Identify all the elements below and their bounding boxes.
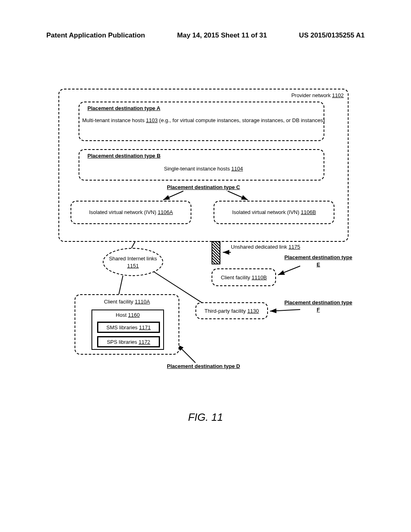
client-facility-b-box: Client facility 1110B [212, 268, 276, 286]
page-header: Patent Application Publication May 14, 2… [46, 31, 365, 39]
client-facility-a-box: Client facility 1110A Host 1160 SMS libr… [75, 294, 179, 355]
placement-type-e-title: Placement destination type E [284, 254, 353, 268]
figure-caption: FIG. 11 [0, 411, 411, 424]
figure-diagram: Provider network 1102 Placement destinat… [58, 89, 349, 371]
client-facility-b-label: Client facility 1110B [212, 274, 275, 281]
host-box: Host 1160 SMS libraries 1171 SPS librari… [91, 310, 164, 350]
placement-type-d-title: Placement destination type D [151, 363, 256, 370]
header-right: US 2015/0135255 A1 [299, 31, 365, 39]
third-party-label: Third-party facility 1130 [196, 308, 267, 315]
svg-line-1 [228, 191, 248, 200]
header-center: May 14, 2015 Sheet 11 of 31 [177, 31, 267, 39]
shared-internet-links: Shared Internet links 1151 [103, 248, 163, 276]
third-party-facility-box: Third-party facility 1130 [195, 302, 268, 319]
svg-line-0 [163, 191, 183, 200]
client-facility-a-label: Client facility 1110A [75, 298, 179, 305]
shared-links-label: Shared Internet links 1151 [104, 255, 162, 269]
host-label: Host 1160 [92, 312, 163, 318]
sms-libraries-box: SMS libraries 1171 [97, 322, 160, 333]
dedicated-link-label: Unshared dedicated link 1175 [231, 243, 303, 251]
svg-line-8 [177, 345, 195, 363]
svg-line-3 [119, 276, 123, 294]
sps-libraries-box: SPS libraries 1172 [97, 336, 160, 347]
dedicated-link-icon [212, 241, 220, 264]
header-left: Patent Application Publication [46, 31, 145, 39]
placement-type-f-title: Placement destination type F [284, 299, 353, 313]
